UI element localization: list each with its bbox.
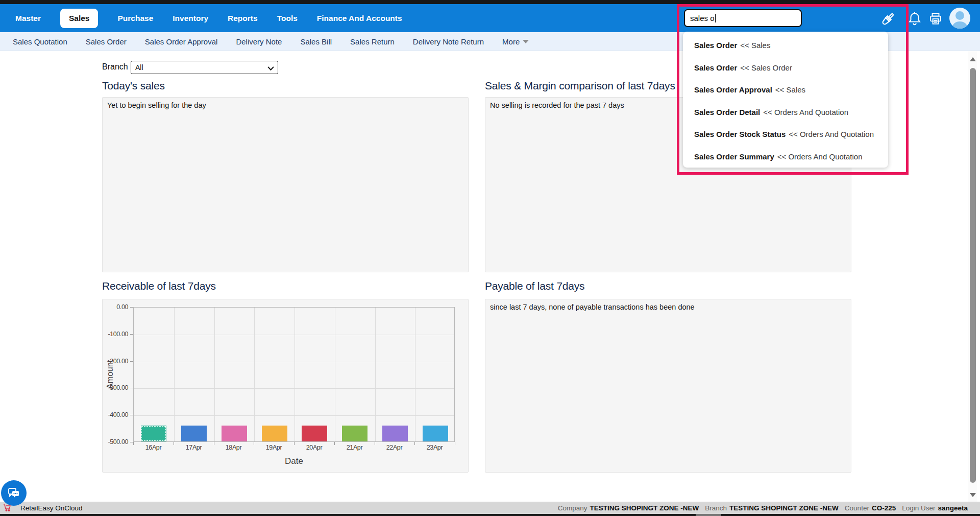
gridline — [415, 308, 415, 441]
text-cursor — [715, 14, 716, 22]
chat-support-button[interactable] — [1, 480, 27, 506]
x-tick-label: 17Apr — [174, 444, 214, 451]
brand-name: RetailEasy OnCloud — [20, 504, 83, 512]
user-avatar[interactable] — [949, 8, 970, 29]
sales-margin-title: Sales & Margin comparison of last 7days — [485, 80, 675, 92]
status-company: CompanyTESTING SHOPINGT ZONE -NEW — [558, 504, 699, 512]
chat-bubbles-icon — [6, 485, 21, 501]
subnav-sales-quotation[interactable]: Sales Quotation — [13, 37, 67, 46]
avatar-head-shape — [955, 11, 964, 20]
bar-17apr — [181, 426, 207, 441]
suggestion-item[interactable]: Sales Order Detail << Orders And Quotati… — [683, 101, 888, 124]
gridline — [214, 308, 215, 441]
print-icon[interactable] — [929, 12, 942, 28]
x-tick-label: 21Apr — [334, 444, 375, 451]
subnav-sales-order-approval[interactable]: Sales Order Approval — [145, 37, 218, 46]
todays-sales-title: Today's sales — [102, 80, 165, 92]
gridline — [134, 415, 454, 416]
branch-selected-value: All — [135, 63, 143, 72]
y-tick-label: 0.00 — [103, 303, 128, 311]
x-tick-label: 20Apr — [294, 444, 334, 451]
nav-tools[interactable]: Tools — [277, 14, 298, 23]
suggestion-item[interactable]: Sales Order Stock Status << Orders And Q… — [683, 123, 888, 146]
select-caret-icon — [267, 65, 274, 72]
bar-18apr — [222, 426, 247, 441]
nav-reports[interactable]: Reports — [228, 14, 258, 23]
subnav-delivery-note[interactable]: Delivery Note — [236, 37, 282, 46]
x-tick — [455, 442, 455, 445]
subnav-sales-return[interactable]: Sales Return — [350, 37, 395, 46]
gridline — [134, 388, 454, 389]
nav-finance-accounts[interactable]: Finance And Accounts — [317, 14, 402, 23]
gridline — [134, 362, 454, 362]
gridline — [134, 335, 454, 335]
notifications-bell-icon[interactable] — [908, 12, 921, 28]
avatar-torso-shape — [952, 21, 967, 29]
x-axis-title: Date — [285, 456, 303, 466]
suggestion-item[interactable]: Sales Order << Sales — [683, 34, 888, 57]
receivable-title: Receivable of last 7days — [102, 280, 216, 292]
main-navbar: Master Sales Purchase Inventory Reports … — [0, 4, 980, 32]
gridline — [375, 308, 376, 441]
chart-plot-area — [133, 307, 455, 442]
nav-master[interactable]: Master — [15, 14, 41, 23]
branch-label: Branch — [102, 62, 128, 72]
window-bottom-strip — [0, 514, 980, 516]
bar-21apr — [342, 426, 368, 441]
y-tick-label: -200.00 — [103, 357, 128, 365]
gridline — [335, 308, 335, 441]
scrollbar-thumb[interactable] — [970, 68, 976, 483]
search-suggestions-dropdown: Sales Order << Sales Sales Order << Sale… — [683, 32, 888, 168]
status-login-user: Login Usersangeeta — [902, 504, 968, 512]
status-branch: BranchTESTING SHOPINGT ZONE -NEW — [705, 504, 839, 512]
subnav-delivery-note-return[interactable]: Delivery Note Return — [413, 37, 484, 46]
branch-select[interactable]: All — [131, 61, 278, 74]
taskbar-segment — [696, 514, 721, 516]
scroll-down-arrow[interactable] — [970, 493, 976, 497]
gridline — [254, 308, 255, 441]
app-window: Master Sales Purchase Inventory Reports … — [0, 0, 980, 516]
bar-22apr — [382, 426, 408, 441]
x-tick-label: 19Apr — [254, 444, 294, 451]
payable-message: since last 7 days, none of payable trans… — [485, 299, 851, 315]
suggestion-item[interactable]: Sales Order Summary << Orders And Quotat… — [683, 146, 888, 168]
nav-sales-active[interactable]: Sales — [60, 9, 99, 28]
nav-purchase[interactable]: Purchase — [117, 14, 153, 23]
bar-23apr — [423, 426, 448, 441]
gridline — [174, 308, 175, 441]
subnav-more-label: More — [502, 37, 520, 46]
global-search-input[interactable]: sales o — [684, 9, 802, 27]
todays-sales-message: Yet to begin selling for the day — [103, 98, 468, 113]
suggestion-item[interactable]: Sales Order << Sales Order — [683, 57, 888, 79]
y-tick-label: -100.00 — [103, 330, 128, 338]
window-top-strip — [0, 0, 980, 4]
scroll-up-arrow[interactable] — [970, 57, 976, 61]
x-tick-label: 22Apr — [374, 444, 414, 451]
todays-sales-panel: Yet to begin selling for the day — [102, 97, 469, 272]
search-text: sales o — [690, 14, 715, 22]
y-tick-label: -300.00 — [103, 384, 128, 392]
gridline — [295, 308, 295, 441]
bar-19apr — [262, 426, 287, 441]
theme-brush-icon[interactable] — [880, 11, 896, 29]
suggestion-item[interactable]: Sales Order Approval << Sales — [683, 79, 888, 101]
x-tick-label: 18Apr — [213, 444, 254, 451]
subnav-sales-bill[interactable]: Sales Bill — [300, 37, 332, 46]
subnav-more[interactable]: More — [502, 37, 529, 46]
y-tick-label: -400.00 — [103, 411, 128, 419]
status-counter: CounterCO-225 — [845, 504, 896, 512]
receivable-chart-panel: Amount Date 0.00 -100.00 -200.00 -300.00… — [102, 299, 469, 473]
chevron-down-icon — [523, 40, 529, 43]
status-bar: RetailEasy OnCloud CompanyTESTING SHOPIN… — [0, 502, 980, 514]
bar-20apr — [302, 426, 327, 441]
x-tick-label: 16Apr — [133, 444, 174, 451]
subnav-sales-order[interactable]: Sales Order — [86, 37, 127, 46]
payable-title: Payable of last 7days — [485, 280, 584, 292]
payable-panel: since last 7 days, none of payable trans… — [485, 299, 851, 473]
vertical-scrollbar — [968, 51, 977, 502]
bar-16apr — [141, 426, 166, 441]
x-tick-label: 23Apr — [414, 444, 455, 451]
y-tick-label: -500.00 — [103, 438, 128, 446]
nav-inventory[interactable]: Inventory — [173, 14, 208, 23]
